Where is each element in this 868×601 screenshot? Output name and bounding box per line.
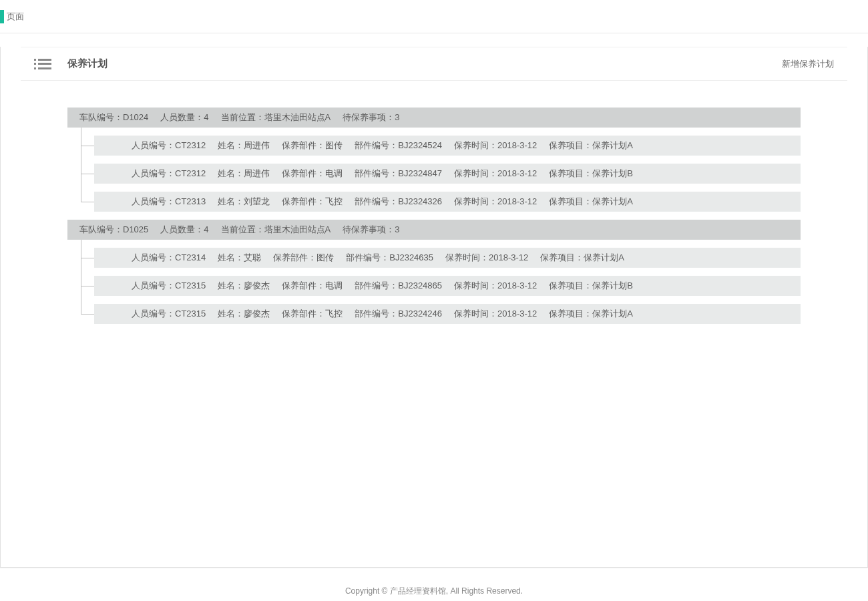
panel-inner: 保养计划 新增保养计划 车队编号：D1024人员数量：4当前位置：塔里木油田站点… — [21, 47, 847, 351]
project: 保养项目：保养计划A — [549, 196, 633, 208]
person-id: 人员编号：CT2314 — [132, 252, 206, 264]
table-row[interactable]: 人员编号：CT2315姓名：廖俊杰保养部件：电调部件编号：BJ2324865保养… — [94, 276, 801, 296]
panel-title: 保养计划 — [67, 57, 782, 70]
panel-header: 保养计划 新增保养计划 — [21, 47, 847, 81]
footer-text: Copyright © 产品经理资料馆, All Rights Reserved… — [0, 568, 868, 601]
person-id: 人员编号：CT2315 — [132, 308, 206, 320]
tree-hline — [81, 258, 94, 258]
time: 保养时间：2018-3-12 — [454, 168, 537, 180]
tree-hline — [81, 202, 94, 202]
main-panel: 保养计划 新增保养计划 车队编号：D1024人员数量：4当前位置：塔里木油田站点… — [0, 47, 868, 568]
tree-hline — [81, 146, 94, 146]
accent-bar — [0, 10, 4, 23]
part: 保养部件：飞控 — [282, 308, 343, 320]
time: 保养时间：2018-3-12 — [454, 196, 537, 208]
top-bar: 页面 — [0, 0, 868, 33]
time: 保养时间：2018-3-12 — [454, 140, 537, 152]
tree-vline — [81, 240, 81, 314]
person-id: 人员编号：CT2312 — [132, 140, 206, 152]
content-area: 车队编号：D1024人员数量：4当前位置：塔里木油田站点A待保养事项：3人员编号… — [21, 81, 847, 351]
project: 保养项目：保养计划B — [549, 168, 633, 180]
person-name: 姓名：廖俊杰 — [218, 280, 270, 292]
tree-hline — [81, 174, 94, 174]
time: 保养时间：2018-3-12 — [445, 252, 528, 264]
table-row[interactable]: 人员编号：CT2315姓名：廖俊杰保养部件：飞控部件编号：BJ2324246保养… — [94, 304, 801, 324]
tree-hline — [81, 314, 94, 315]
fleet-id: 车队编号：D1025 — [79, 224, 148, 236]
person-name: 姓名：艾聪 — [218, 252, 261, 264]
person-count: 人员数量：4 — [160, 224, 208, 236]
page-title: 页面 — [7, 11, 24, 23]
part: 保养部件：电调 — [282, 280, 343, 292]
time: 保养时间：2018-3-12 — [454, 280, 537, 292]
person-id: 人员编号：CT2315 — [132, 280, 206, 292]
part: 保养部件：图传 — [273, 252, 334, 264]
part-no: 部件编号：BJ2324847 — [355, 168, 442, 180]
time: 保养时间：2018-3-12 — [454, 308, 537, 320]
person-count: 人员数量：4 — [160, 112, 208, 124]
table-row[interactable]: 人员编号：CT2314姓名：艾聪保养部件：图传部件编号：BJ2324635保养时… — [94, 248, 801, 268]
part: 保养部件：飞控 — [282, 196, 343, 208]
project: 保养项目：保养计划A — [540, 252, 624, 264]
location: 当前位置：塔里木油田站点A — [221, 224, 331, 236]
part: 保养部件：电调 — [282, 168, 343, 180]
person-name: 姓名：周进伟 — [218, 140, 270, 152]
project: 保养项目：保养计划A — [549, 308, 633, 320]
part-no: 部件编号：BJ2324865 — [355, 280, 442, 292]
part-no: 部件编号：BJ2324635 — [346, 252, 433, 264]
part: 保养部件：图传 — [282, 140, 343, 152]
part-no: 部件编号：BJ2324524 — [355, 140, 442, 152]
person-name: 姓名：廖俊杰 — [218, 308, 270, 320]
tree-vline — [81, 128, 81, 202]
project: 保养项目：保养计划B — [549, 280, 633, 292]
list-icon — [34, 59, 51, 69]
group: 车队编号：D1024人员数量：4当前位置：塔里木油田站点A待保养事项：3人员编号… — [67, 108, 801, 212]
part-no: 部件编号：BJ2324246 — [355, 308, 442, 320]
person-id: 人员编号：CT2312 — [132, 168, 206, 180]
person-name: 姓名：周进伟 — [218, 168, 270, 180]
group: 车队编号：D1025人员数量：4当前位置：塔里木油田站点A待保养事项：3人员编号… — [67, 220, 801, 324]
part-no: 部件编号：BJ2324326 — [355, 196, 442, 208]
person-id: 人员编号：CT2313 — [132, 196, 206, 208]
group-header[interactable]: 车队编号：D1025人员数量：4当前位置：塔里木油田站点A待保养事项：3 — [67, 220, 801, 240]
group-header[interactable]: 车队编号：D1024人员数量：4当前位置：塔里木油田站点A待保养事项：3 — [67, 108, 801, 128]
table-row[interactable]: 人员编号：CT2312姓名：周进伟保养部件：图传部件编号：BJ2324524保养… — [94, 136, 801, 156]
location: 当前位置：塔里木油田站点A — [221, 112, 331, 124]
pending: 待保养事项：3 — [343, 112, 399, 124]
pending: 待保养事项：3 — [343, 224, 399, 236]
project: 保养项目：保养计划A — [549, 140, 633, 152]
person-name: 姓名：刘望龙 — [218, 196, 270, 208]
table-row[interactable]: 人员编号：CT2313姓名：刘望龙保养部件：飞控部件编号：BJ2324326保养… — [94, 192, 801, 212]
add-plan-button[interactable]: 新增保养计划 — [782, 58, 834, 70]
table-row[interactable]: 人员编号：CT2312姓名：周进伟保养部件：电调部件编号：BJ2324847保养… — [94, 164, 801, 184]
fleet-id: 车队编号：D1024 — [79, 112, 148, 124]
tree-hline — [81, 286, 94, 286]
